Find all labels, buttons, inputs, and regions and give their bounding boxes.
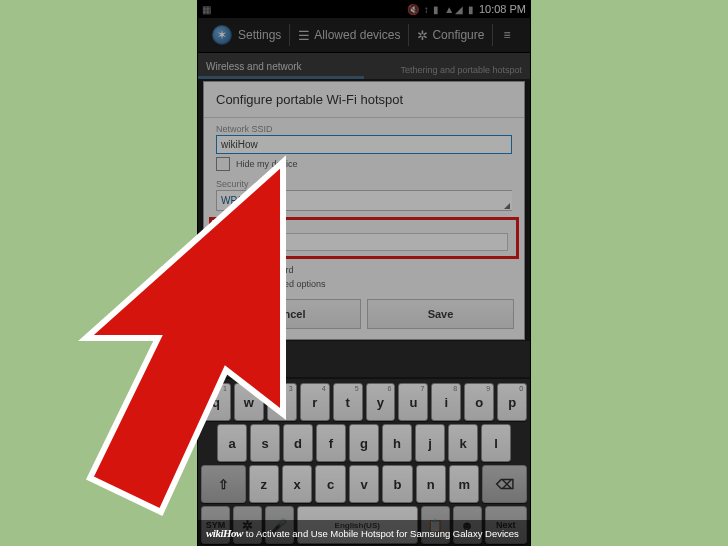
settings-gear-icon: ✶ bbox=[212, 25, 232, 45]
key-a[interactable]: a bbox=[217, 424, 247, 462]
key-p[interactable]: p0 bbox=[497, 383, 527, 421]
phone-frame: ▦ 🔇 ↕ ▮ ▲◢ ▮ 10:08 PM ✶ Settings ☰ Allow… bbox=[198, 0, 530, 546]
configure-label: Configure bbox=[432, 28, 484, 42]
gear-icon: ✲ bbox=[417, 28, 428, 43]
allowed-devices-label: Allowed devices bbox=[314, 28, 400, 42]
ssid-input[interactable]: wikiHow bbox=[216, 135, 512, 154]
security-label: Security bbox=[216, 179, 512, 189]
caption-brand: wikiHow bbox=[206, 527, 243, 539]
key-l[interactable]: l bbox=[481, 424, 511, 462]
tab-wireless[interactable]: Wireless and network bbox=[198, 61, 364, 79]
password-label: Password bbox=[220, 222, 508, 232]
password-input[interactable]: •••••••• bbox=[220, 233, 508, 251]
show-password-option[interactable]: Show password bbox=[230, 265, 294, 275]
dropdown-triangle-icon bbox=[504, 203, 510, 209]
key-y[interactable]: y6 bbox=[366, 383, 396, 421]
app-drawer-icon: ▦ bbox=[202, 4, 211, 15]
list-icon: ☰ bbox=[298, 28, 310, 43]
password-highlight: Password •••••••• bbox=[209, 217, 519, 259]
key-c[interactable]: c bbox=[315, 465, 345, 503]
cancel-button[interactable]: Cancel bbox=[214, 299, 361, 329]
hide-device-checkbox[interactable] bbox=[216, 157, 230, 171]
status-bar: ▦ 🔇 ↕ ▮ ▲◢ ▮ 10:08 PM bbox=[198, 0, 530, 18]
status-icons: 🔇 ↕ ▮ ▲◢ ▮ bbox=[407, 4, 475, 15]
key-s[interactable]: s bbox=[250, 424, 280, 462]
key-g[interactable]: g bbox=[349, 424, 379, 462]
key-w[interactable]: w2 bbox=[234, 383, 264, 421]
ssid-label: Network SSID bbox=[216, 124, 512, 134]
key-i[interactable]: i8 bbox=[431, 383, 461, 421]
key-d[interactable]: d bbox=[283, 424, 313, 462]
caption-text: to Activate and Use Mobile Hotspot for S… bbox=[246, 528, 519, 539]
key-shift[interactable]: ⇧ bbox=[201, 465, 246, 503]
key-h[interactable]: h bbox=[382, 424, 412, 462]
key-backspace[interactable]: ⌫ bbox=[482, 465, 527, 503]
tab-tethering[interactable]: Tethering and portable hotspot bbox=[364, 65, 530, 79]
overflow-menu-button[interactable]: ≡ bbox=[493, 18, 520, 52]
status-clock: 10:08 PM bbox=[479, 3, 526, 15]
key-e[interactable]: e3 bbox=[267, 383, 297, 421]
allowed-devices-button[interactable]: ☰ Allowed devices bbox=[290, 18, 408, 52]
key-m[interactable]: m bbox=[449, 465, 479, 503]
key-u[interactable]: u7 bbox=[398, 383, 428, 421]
key-t[interactable]: t5 bbox=[333, 383, 363, 421]
overflow-icon: ≡ bbox=[503, 28, 510, 42]
caption-banner: wikiHow to Activate and Use Mobile Hotsp… bbox=[198, 520, 530, 546]
dialog-title: Configure portable Wi-Fi hotspot bbox=[204, 82, 524, 117]
key-v[interactable]: v bbox=[349, 465, 379, 503]
key-n[interactable]: n bbox=[416, 465, 446, 503]
key-j[interactable]: j bbox=[415, 424, 445, 462]
key-r[interactable]: r4 bbox=[300, 383, 330, 421]
configure-button[interactable]: ✲ Configure bbox=[409, 18, 492, 52]
tab-row: Wireless and network Tethering and porta… bbox=[198, 53, 530, 79]
key-k[interactable]: k bbox=[448, 424, 478, 462]
action-bar: ✶ Settings ☰ Allowed devices ✲ Configure… bbox=[198, 18, 530, 53]
save-button[interactable]: Save bbox=[367, 299, 514, 329]
configure-hotspot-dialog: Configure portable Wi-Fi hotspot Network… bbox=[203, 81, 525, 340]
hide-device-label: Hide my device bbox=[236, 159, 298, 169]
key-b[interactable]: b bbox=[382, 465, 412, 503]
key-o[interactable]: o9 bbox=[464, 383, 494, 421]
settings-button[interactable]: ✶ Settings bbox=[198, 18, 289, 52]
show-advanced-option[interactable]: Show advanced options bbox=[230, 279, 326, 289]
settings-label: Settings bbox=[238, 28, 281, 42]
key-z[interactable]: z bbox=[249, 465, 279, 503]
key-x[interactable]: x bbox=[282, 465, 312, 503]
bg-row: und bbox=[198, 340, 530, 378]
security-dropdown[interactable]: WPA2 PSK bbox=[216, 190, 512, 211]
key-f[interactable]: f bbox=[316, 424, 346, 462]
key-q[interactable]: q1 bbox=[201, 383, 231, 421]
